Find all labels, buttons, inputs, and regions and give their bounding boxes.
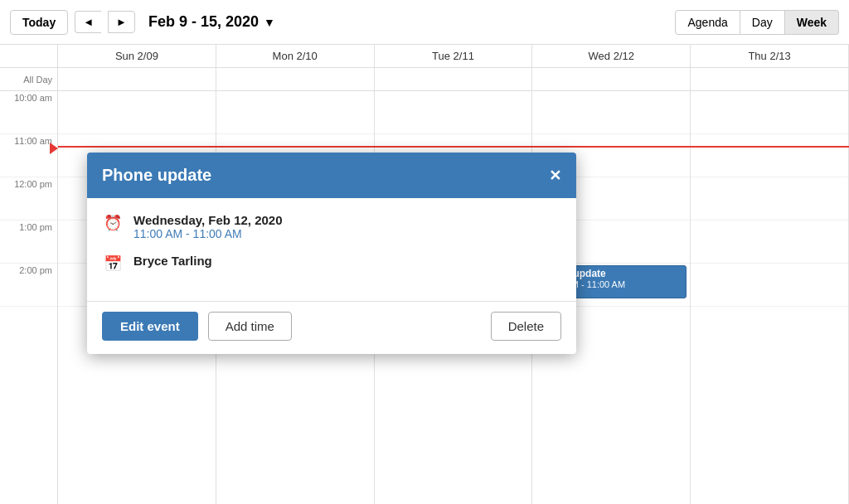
today-button[interactable]: Today bbox=[10, 10, 68, 35]
event-modal: Phone update ✕ ⏰ Wednesday, Feb 12, 2020… bbox=[87, 153, 576, 354]
modal-time: 11:00 AM - 11:00 AM bbox=[133, 227, 283, 240]
day-header-mon: Mon 2/10 bbox=[216, 45, 375, 67]
day-header-wed: Wed 2/12 bbox=[532, 45, 691, 67]
day-view-button[interactable]: Day bbox=[740, 10, 785, 35]
modal-datetime-detail: Wednesday, Feb 12, 2020 11:00 AM - 11:00… bbox=[133, 213, 283, 240]
modal-attendee: Bryce Tarling bbox=[133, 254, 212, 268]
time-label-12pm: 12:00 pm bbox=[0, 177, 57, 220]
date-range-text: Feb 9 - 15, 2020 bbox=[148, 13, 259, 31]
modal-close-button[interactable]: ✕ bbox=[549, 167, 561, 185]
hour-11-thu[interactable] bbox=[691, 134, 848, 177]
modal-date: Wednesday, Feb 12, 2020 bbox=[133, 213, 283, 227]
week-view-button[interactable]: Week bbox=[785, 10, 839, 35]
allday-row: All Day bbox=[0, 68, 849, 91]
toolbar: Today ◄ ► Feb 9 - 15, 2020 ▼ Agenda Day … bbox=[0, 0, 849, 45]
delete-button[interactable]: Delete bbox=[491, 312, 561, 341]
hour-10-sun[interactable] bbox=[58, 91, 216, 134]
time-label-10am: 10:00 am bbox=[0, 91, 57, 134]
modal-title: Phone update bbox=[102, 166, 211, 185]
time-label-2pm: 2:00 pm bbox=[0, 264, 57, 307]
modal-header: Phone update ✕ bbox=[87, 153, 576, 198]
allday-sun[interactable] bbox=[58, 68, 216, 90]
clock-icon: ⏰ bbox=[104, 214, 122, 232]
allday-wed[interactable] bbox=[532, 68, 691, 90]
time-label-11am: 11:00 am bbox=[0, 134, 57, 177]
edit-event-button[interactable]: Edit event bbox=[102, 312, 198, 341]
modal-datetime-row: ⏰ Wednesday, Feb 12, 2020 11:00 AM - 11:… bbox=[104, 213, 560, 240]
hour-10-tue[interactable] bbox=[375, 91, 532, 134]
day-header-sun: Sun 2/09 bbox=[58, 45, 216, 67]
allday-thu[interactable] bbox=[691, 68, 849, 90]
agenda-view-button[interactable]: Agenda bbox=[675, 10, 740, 35]
date-range-dropdown[interactable]: ▼ bbox=[264, 16, 275, 29]
date-range: Feb 9 - 15, 2020 ▼ bbox=[148, 13, 275, 31]
calendar-container: Sun 2/09 Mon 2/10 Tue 2/11 Wed 2/12 Thu … bbox=[0, 45, 849, 504]
time-gutter-header bbox=[0, 45, 58, 67]
hour-10-mon[interactable] bbox=[216, 91, 374, 134]
day-header-tue: Tue 2/11 bbox=[375, 45, 533, 67]
time-label-1pm: 1:00 pm bbox=[0, 220, 57, 264]
hour-2-thu[interactable] bbox=[691, 264, 848, 307]
modal-body: ⏰ Wednesday, Feb 12, 2020 11:00 AM - 11:… bbox=[87, 198, 576, 301]
prev-button[interactable]: ◄ bbox=[75, 11, 101, 33]
hour-10-thu[interactable] bbox=[691, 91, 848, 134]
hour-12-thu[interactable] bbox=[691, 177, 848, 220]
current-time-line bbox=[58, 146, 849, 148]
allday-tue[interactable] bbox=[375, 68, 533, 90]
hour-10-wed[interactable] bbox=[532, 91, 690, 134]
add-time-button[interactable]: Add time bbox=[208, 312, 292, 341]
calendar-icon: 📅 bbox=[104, 254, 122, 273]
day-column-thu[interactable] bbox=[691, 91, 849, 504]
modal-footer: Edit event Add time Delete bbox=[87, 301, 576, 354]
time-indicator bbox=[50, 143, 58, 154]
next-button[interactable]: ► bbox=[108, 11, 135, 33]
modal-attendee-row: 📅 Bryce Tarling bbox=[104, 254, 560, 273]
view-buttons: Agenda Day Week bbox=[675, 10, 839, 35]
allday-label: All Day bbox=[0, 68, 58, 90]
hour-1-thu[interactable] bbox=[691, 220, 848, 264]
day-header-thu: Thu 2/13 bbox=[691, 45, 849, 67]
day-headers: Sun 2/09 Mon 2/10 Tue 2/11 Wed 2/12 Thu … bbox=[0, 45, 849, 68]
allday-mon[interactable] bbox=[216, 68, 375, 90]
